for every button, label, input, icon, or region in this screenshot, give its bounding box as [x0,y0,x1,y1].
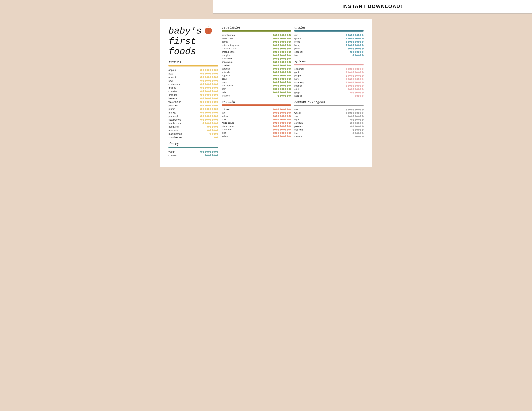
list-item: pineapple [169,114,218,118]
spices-bar [294,64,363,65]
spices-section: spices cinnamon garlic pepper basil rose… [294,60,363,98]
list-item: shellfish [294,121,363,125]
list-item: cantaloupe [169,83,218,86]
fruits-section: fruits apples pear apricot kiwi cantalou… [169,60,218,139]
list-item: zucchini [222,64,291,67]
list-item: nectarine [169,125,218,129]
list-item: rosemary [294,81,363,84]
list-item: kale [222,91,291,94]
list-item: sesame [294,135,363,138]
list-item: barley [294,43,363,47]
list-item: eggs [294,118,363,121]
list-item: pepper [294,74,363,77]
list-item: nutmeg [294,94,363,98]
list-item: garlic [294,71,363,74]
list-item: ginger [294,91,363,94]
title-text-block: baby's first foods [169,26,218,57]
list-item: apples [169,68,218,72]
list-item: banana [169,97,218,100]
list-item: peaches [169,104,218,107]
allergens-label: common allergens [294,100,363,104]
protein-section: protein chicken beef turkey pork white b… [222,100,291,138]
list-item: blueberries [169,121,218,125]
list-item: avocado [169,129,218,132]
allergens-bar [294,105,363,106]
list-item: chickpeas [222,128,291,131]
list-item: kiwi [169,79,218,83]
list-item: summer squash [222,47,291,50]
list-item: asparagus [222,60,291,64]
list-item: basil [294,77,363,81]
list-item: white beans [222,121,291,124]
banner-title: INSTANT DOWNLOAD! [342,4,402,9]
card-inner: baby's first foods [169,26,363,160]
dairy-section: dairy yogurt cheese [169,142,218,157]
list-item: paprika [294,84,363,87]
list-item: apricot [169,75,218,79]
list-item: cauliflower [222,57,291,60]
list-item: tree nuts [294,128,363,131]
list-item: plums [169,107,218,111]
list-item: bread [294,40,363,43]
list-item: tuna [222,131,291,135]
list-item: eggplant [222,74,291,77]
spices-label: spices [294,60,363,63]
vegetables-bar [222,30,291,32]
list-item: rice [294,33,363,37]
fruits-label: fruits [169,60,218,64]
list-item: turkey [222,114,291,118]
list-item: carrot [222,40,291,43]
list-item: wheat [294,111,363,114]
list-item: parsnips [222,67,291,70]
list-item: green beans [222,50,291,54]
list-item: milk [294,108,363,111]
list-item: cheese [169,154,218,157]
list-item: chicken [222,108,291,111]
vegetables-label: vegetables [222,26,291,29]
list-item: broccoli [222,94,291,97]
list-item: watermelon [169,100,218,104]
list-item: fish [294,131,363,135]
list-item: beef [222,111,291,114]
right-column: grains rice quinoa bread barley pasta oa… [294,26,363,160]
dairy-list: yogurt cheese [169,150,218,157]
list-item: oranges [169,93,218,97]
list-item: cherries [169,90,218,93]
list-item: farro [294,54,363,57]
list-item: white potato [222,37,291,40]
list-item: blackberries [169,132,218,136]
list-item: peas [222,77,291,81]
list-item: yogurt [169,150,218,154]
list-item: strawberries [169,136,218,139]
title-line2: first foods [169,37,218,57]
main-card: baby's first foods [160,19,372,167]
fruit-icon [203,25,214,37]
list-item: pork [222,118,291,121]
grains-section: grains rice quinoa bread barley pasta oa… [294,26,363,57]
protein-label: protein [222,100,291,104]
fruits-list: apples pear apricot kiwi cantaloupe grap… [169,68,218,139]
list-item: bell pepper [222,84,291,87]
middle-column: vegetables sweet potato white potato car… [222,26,291,160]
list-item: butternut squash [222,43,291,47]
dairy-bar [169,147,218,148]
list-item: sweet potato [222,33,291,37]
list-item: mango [169,111,218,114]
list-item: beets [222,81,291,84]
fruits-bar [169,65,218,66]
grains-bar [294,30,363,32]
dairy-label: dairy [169,142,218,146]
list-item: spinach [222,70,291,74]
grains-label: grains [294,26,363,29]
list-item: cinnamon [294,67,363,71]
list-item: oatmeal [294,50,363,54]
protein-bar [222,104,291,106]
left-column: baby's first foods [169,26,218,160]
list-item: raspberries [169,118,218,121]
title-area: baby's first foods [169,26,218,57]
title-line1: baby's [169,26,218,37]
list-item: pear [169,72,218,75]
list-item: grapes [169,86,218,90]
list-item: corn [222,87,291,91]
top-banner: INSTANT DOWNLOAD! [213,0,532,13]
